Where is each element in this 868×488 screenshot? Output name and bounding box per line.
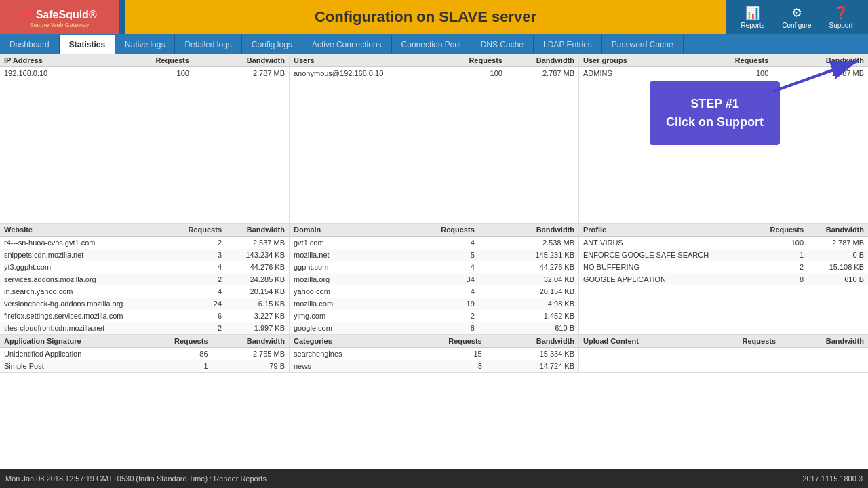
pr-col-requests: Requests [753, 224, 808, 237]
site-cell: yt3.ggpht.com [0, 261, 170, 273]
as-col-requests: Requests [142, 335, 212, 348]
configure-button[interactable]: ⚙ Configure [776, 3, 817, 32]
tab-password-cache[interactable]: Password Cache [602, 35, 684, 54]
users-table: Users Requests Bandwidth anonymous@192.1… [290, 54, 578, 79]
ws-col-bandwidth: Bandwidth [226, 224, 289, 237]
site-cell: in.search.yahoo.com [0, 285, 170, 298]
table-row: yahoo.com 4 20.154 KB [290, 285, 578, 298]
bandwidth-cell: 2.787 MB [193, 67, 289, 80]
profile-cell: GOOGLE APPLICATION [579, 273, 753, 285]
cat-col-bandwidth: Bandwidth [486, 335, 578, 348]
table-row: NO BUFFERING 2 15.108 KB [579, 261, 868, 273]
bandwidth-cell: 2.537 MB [226, 237, 289, 249]
upload-panel: Upload Content Requests Bandwidth [579, 335, 868, 372]
site-cell: services.addons.mozilla.org [0, 273, 170, 285]
support-icon: ❓ [833, 5, 848, 20]
up-col-content: Upload Content [579, 335, 701, 348]
bandwidth-cell: 2.787 MB [808, 237, 868, 249]
tab-dns-cache[interactable]: DNS Cache [471, 35, 534, 54]
ug-col-requests: Requests [686, 54, 772, 67]
requests-cell: 3 [170, 249, 226, 261]
bandwidth-cell: 610 B [808, 273, 868, 285]
tab-ldap-entries[interactable]: LDAP Entries [534, 35, 602, 54]
support-button[interactable]: ❓ Support [821, 3, 861, 32]
top-section: IP Address Requests Bandwidth 192.168.0.… [0, 54, 868, 224]
site-cell: firefox.settings.services.mozilla.com [0, 310, 170, 322]
profile-cell: ENFORCE GOOGLE SAFE SEARCH [579, 249, 753, 261]
cat-cell: news [290, 360, 403, 372]
table-row: 192.168.0.10 100 2.787 MB [0, 67, 289, 80]
users-col-requests: Requests [441, 54, 507, 67]
logo-area: ✕ SafeSquid® Secure Web Gateway [0, 0, 119, 34]
status-bar: Mon Jan 08 2018 12:57:19 GMT+0530 (India… [0, 469, 868, 488]
user-cell: anonymous@192.168.0.10 [290, 67, 441, 80]
tab-statistics[interactable]: Statistics [60, 35, 115, 54]
ws-col-site: Website [0, 224, 170, 237]
requests-cell: 4 [170, 285, 226, 298]
tab-config-logs[interactable]: Config logs [242, 35, 302, 54]
group-cell: ADMINS [579, 67, 686, 80]
usergroups-panel: User groups Requests Bandwidth ADMINS 10… [579, 54, 868, 223]
bandwidth-cell: 79 B [212, 360, 289, 372]
table-row: tiles-cloudfront.cdn.mozilla.net 2 1.997… [0, 322, 289, 334]
configure-icon: ⚙ [791, 5, 802, 20]
dm-col-domain: Domain [290, 224, 390, 237]
bandwidth-cell: 1.452 KB [479, 310, 578, 322]
cat-cell: searchengines [290, 348, 403, 361]
table-row: google.com 8 610 B [290, 322, 578, 334]
domain-table: Domain Requests Bandwidth gvt1.com 4 2.5… [290, 224, 578, 334]
categories-table: Categories Requests Bandwidth searchengi… [290, 335, 578, 372]
bandwidth-cell: 610 B [479, 322, 578, 334]
upload-table: Upload Content Requests Bandwidth [579, 335, 868, 348]
profile-panel: Profile Requests Bandwidth ANTIVIRUS 100… [579, 224, 868, 334]
config-banner: Configuration on SLAVE server [125, 0, 726, 34]
table-row: mozilla.org 34 32.04 KB [290, 273, 578, 285]
sig-cell: Unidentified Application [0, 348, 142, 361]
table-row: anonymous@192.168.0.10 100 2.787 MB [290, 67, 578, 80]
requests-cell: 4 [390, 285, 478, 298]
dm-col-bandwidth: Bandwidth [479, 224, 578, 237]
reports-button[interactable]: 📊 Reports [732, 3, 773, 32]
bandwidth-cell: 15.334 KB [486, 348, 578, 361]
ip-col-ip: IP Address [0, 54, 107, 67]
domain-cell: mozilla.net [290, 249, 390, 261]
table-row: snippets.cdn.mozilla.net 3 143.234 KB [0, 249, 289, 261]
logo-subtitle: Secure Web Gateway [30, 22, 89, 28]
table-row: r4---sn-huoa-cvhs.gvt1.com 2 2.537 MB [0, 237, 289, 249]
site-cell: snippets.cdn.mozilla.net [0, 249, 170, 261]
table-row: Unidentified Application 86 2.765 MB [0, 348, 289, 361]
pr-col-profile: Profile [579, 224, 753, 237]
ip-col-requests: Requests [107, 54, 193, 67]
tab-dashboard[interactable]: Dashboard [0, 35, 60, 54]
requests-cell: 2 [170, 322, 226, 334]
tab-native-logs[interactable]: Native logs [115, 35, 175, 54]
site-cell: versioncheck-bg.addons.mozilla.org [0, 298, 170, 310]
header-icons: 📊 Reports ⚙ Configure ❓ Support [732, 3, 868, 32]
table-row: ENFORCE GOOGLE SAFE SEARCH 1 0 B [579, 249, 868, 261]
bandwidth-cell: 24.285 KB [226, 273, 289, 285]
bandwidth-cell: 2.765 MB [212, 348, 289, 361]
appsig-table: Application Signature Requests Bandwidth… [0, 335, 289, 372]
cat-col-cat: Categories [290, 335, 403, 348]
tab-detailed-logs[interactable]: Detailed logs [175, 35, 241, 54]
middle-section: Website Requests Bandwidth r4---sn-huoa-… [0, 224, 868, 335]
users-col-user: Users [290, 54, 441, 67]
status-left: Mon Jan 08 2018 12:57:19 GMT+0530 (India… [5, 474, 267, 483]
requests-cell: 100 [107, 67, 193, 80]
logo-title: ✕ SafeSquid® [22, 5, 96, 22]
requests-cell: 34 [390, 273, 478, 285]
up-col-requests: Requests [701, 335, 780, 348]
main-content: IP Address Requests Bandwidth 192.168.0.… [0, 54, 868, 469]
tab-active-connections[interactable]: Active Connections [302, 35, 392, 54]
ug-col-bandwidth: Bandwidth [772, 54, 868, 67]
table-row: yt3.ggpht.com 4 44.276 KB [0, 261, 289, 273]
requests-cell: 8 [753, 273, 808, 285]
requests-cell: 86 [142, 348, 212, 361]
reports-icon: 📊 [745, 5, 760, 20]
bandwidth-cell: 143.234 KB [226, 249, 289, 261]
profile-table: Profile Requests Bandwidth ANTIVIRUS 100… [579, 224, 868, 285]
table-row: GOOGLE APPLICATION 8 610 B [579, 273, 868, 285]
table-row: in.search.yahoo.com 4 20.154 KB [0, 285, 289, 298]
domain-cell: mozilla.org [290, 273, 390, 285]
tab-connection-pool[interactable]: Connection Pool [392, 35, 471, 54]
